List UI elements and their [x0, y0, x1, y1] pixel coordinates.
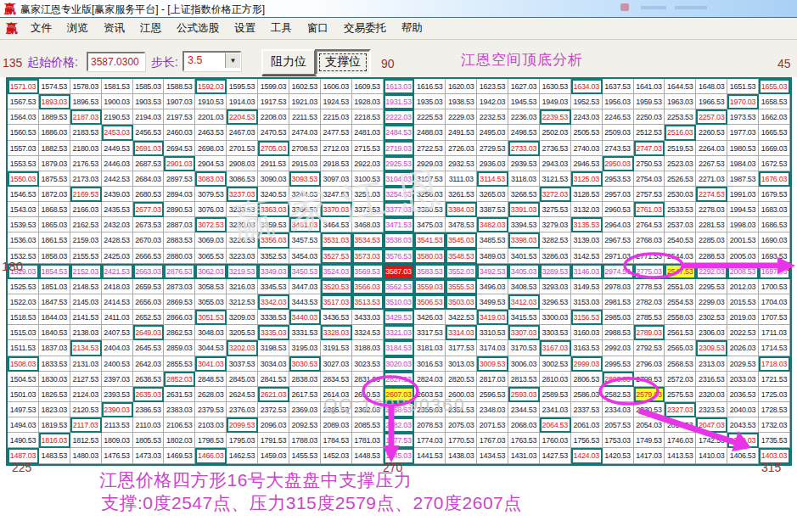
price-cell: 2239.53 [540, 109, 571, 125]
price-cell: 1875.53 [39, 171, 70, 187]
price-cell: 2288.53 [696, 249, 727, 264]
price-cell: 1704.03 [759, 294, 790, 310]
price-cell: 2719.03 [384, 141, 415, 156]
price-cell: 3198.53 [258, 340, 289, 356]
price-cell: 1564.03 [8, 109, 39, 125]
price-cell: 2691.03 [133, 141, 165, 156]
price-cell: 3342.03 [258, 294, 289, 310]
menu-item-8[interactable]: 交易委托 [336, 19, 394, 38]
price-cell: 1781.03 [352, 433, 384, 448]
price-cell: 1851.03 [39, 279, 70, 294]
price-cell: 1683.03 [759, 202, 790, 217]
price-cell: 2099.53 [227, 417, 258, 433]
price-cell: 2915.03 [289, 156, 321, 171]
menu-item-9[interactable]: 帮助 [394, 19, 430, 38]
price-cell: 3531.03 [321, 232, 352, 248]
price-cell: 3464.53 [321, 217, 352, 232]
resistance-button[interactable]: 阻力位 [261, 49, 316, 76]
price-cell: 2131.03 [70, 356, 102, 372]
price-cell: 1907.03 [164, 94, 195, 109]
price-cell: 2715.53 [352, 141, 384, 156]
price-cell: 1546.53 [8, 187, 39, 202]
menu-item-7[interactable]: 窗口 [300, 19, 336, 38]
menu-item-6[interactable]: 工具 [263, 19, 300, 38]
price-cell: 2806.53 [571, 372, 603, 387]
price-cell: 3048.03 [195, 325, 227, 340]
price-cell: 3072.53 [195, 217, 227, 232]
price-cell: 2883.53 [164, 232, 195, 248]
price-cell: 2971.03 [603, 249, 634, 264]
menu-item-5[interactable]: 设置 [227, 19, 263, 38]
price-cell: 2687.53 [133, 156, 165, 171]
price-cell: 3545.03 [446, 232, 477, 248]
price-cell: 3268.53 [508, 187, 540, 202]
menu-item-4[interactable]: 公式选股 [169, 19, 227, 38]
price-cell: 1760.03 [540, 433, 571, 448]
price-cell: 1690.03 [759, 232, 790, 248]
price-cell: 2491.53 [446, 125, 477, 140]
price-cell: 2876.53 [164, 264, 195, 279]
price-cell: 1942.03 [477, 94, 508, 109]
price-cell: 1865.03 [39, 217, 70, 232]
price-cell: 3111.03 [446, 171, 477, 187]
price-cell: 2295.53 [696, 279, 727, 294]
price-cell: 1567.53 [8, 94, 39, 109]
price-cell: 2362.03 [352, 402, 384, 417]
price-cell: 2855.53 [164, 356, 195, 372]
price-cell: 3188.03 [352, 340, 384, 356]
price-cell: 2869.53 [164, 294, 195, 310]
price-cell: 3275.53 [540, 202, 571, 217]
price-cell: 2043.53 [727, 417, 759, 433]
app-window: { "window": { "logo": "赢", "title": "赢家江… [0, 0, 797, 532]
menu-item-0[interactable]: 文件 [23, 19, 59, 38]
price-cell: 1700.53 [759, 279, 790, 294]
price-cell: 3569.53 [352, 264, 384, 279]
price-cell: 2253.53 [665, 109, 696, 125]
price-cell: 2614.03 [321, 387, 352, 402]
price-cell: 3125.03 [571, 171, 603, 187]
price-cell: 2463.53 [195, 125, 227, 140]
price-cell: 2505.53 [571, 125, 603, 140]
support-button[interactable]: 支撑位 [315, 49, 371, 76]
price-cell: 2218.53 [352, 109, 384, 125]
price-cell: 1861.53 [39, 232, 70, 248]
price-cell: 2593.03 [508, 387, 540, 402]
price-cell: 2516.03 [665, 125, 696, 140]
price-cell: 1539.53 [8, 217, 39, 232]
price-cell: 1497.53 [8, 402, 39, 417]
menu-item-2[interactable]: 资讯 [96, 19, 132, 38]
price-cell: 2733.03 [508, 141, 540, 156]
price-cell: 2663.03 [133, 264, 165, 279]
step-dropdown[interactable]: 3.5 ▼ [182, 51, 241, 71]
price-cell: 1886.03 [39, 125, 70, 140]
price-cell: 3219.53 [227, 264, 258, 279]
price-cell: 2390.03 [102, 402, 133, 417]
price-cell: 3447.03 [289, 279, 321, 294]
price-cell: 1553.53 [8, 156, 39, 171]
price-cell: 1714.53 [759, 340, 790, 356]
menu-item-1[interactable]: 浏览 [59, 19, 96, 38]
price-cell: 3030.53 [289, 356, 321, 372]
price-cell: 1620.03 [446, 79, 477, 94]
price-cell: 2932.53 [446, 156, 477, 171]
price-cell: 1658.53 [759, 94, 790, 109]
price-cell: 3247.53 [321, 187, 352, 202]
start-price-input[interactable] [87, 52, 145, 71]
price-cell: 2446.03 [102, 156, 133, 171]
price-cell: 3034.03 [258, 356, 289, 372]
price-cell: 2964.03 [603, 217, 634, 232]
price-cell: 1599.03 [258, 79, 289, 94]
price-cell: 2456.53 [133, 125, 165, 140]
price-cell: 2537.03 [665, 217, 696, 232]
price-cell: 1868.53 [39, 202, 70, 217]
menu-item-3[interactable]: 江恩 [132, 19, 169, 38]
price-cell: 3457.53 [289, 232, 321, 248]
price-cell: 2453.03 [102, 125, 133, 140]
price-cell: 3083.03 [195, 171, 227, 187]
price-cell: 3069.03 [195, 232, 227, 248]
chevron-down-icon[interactable]: ▼ [225, 53, 240, 68]
price-cell: 1998.03 [727, 217, 759, 232]
price-cell: 2827.53 [384, 372, 415, 387]
price-cell: 1938.53 [446, 94, 477, 109]
price-cell: 3261.53 [446, 187, 477, 202]
